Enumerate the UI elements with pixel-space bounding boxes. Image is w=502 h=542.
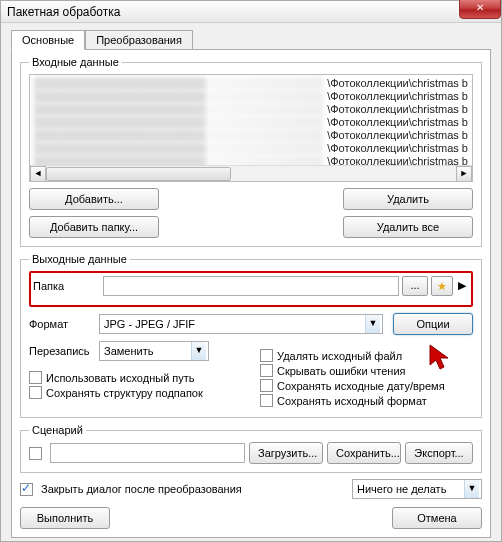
file-list-row[interactable]: ██████████████████████\Фотоколлекции\chr…	[34, 116, 468, 129]
file-list-row[interactable]: ██████████████████████\Фотоколлекции\chr…	[34, 129, 468, 142]
file-row-blurred: ██████████████████████	[34, 116, 323, 129]
window-title: Пакетная обработка	[7, 5, 120, 19]
file-row-blurred: ██████████████████████	[34, 77, 323, 90]
cb-delete-src[interactable]	[260, 349, 273, 362]
close-button[interactable]: ✕	[459, 0, 501, 19]
cb-delete-src-label: Удалять исходный файл	[277, 350, 402, 362]
file-row-path: \Фотоколлекции\christmas b	[323, 90, 468, 103]
cb-keep-datetime[interactable]	[260, 379, 273, 392]
file-row-path: \Фотоколлекции\christmas b	[323, 129, 468, 142]
scroll-track[interactable]	[46, 166, 456, 182]
file-row-path: \Фотоколлекции\christmas b	[323, 77, 468, 90]
fieldset-scenario: Сценарий Загрузить... Сохранить... Экспо…	[20, 424, 482, 473]
run-button[interactable]: Выполнить	[20, 507, 110, 529]
cb-keep-subfolders[interactable]	[29, 386, 42, 399]
file-row-path: \Фотоколлекции\christmas b	[323, 142, 468, 155]
file-row-path: \Фотоколлекции\christmas b	[323, 103, 468, 116]
batch-dialog: Пакетная обработка ✕ Основные Преобразов…	[0, 0, 502, 542]
cb-keep-subfolders-label: Сохранять структуру подпапок	[46, 387, 203, 399]
folder-input[interactable]	[103, 276, 399, 296]
horizontal-scrollbar[interactable]: ◄ ►	[30, 165, 472, 181]
delete-button[interactable]: Удалить	[343, 188, 473, 210]
fieldset-input: Входные данные ██████████████████████\Фо…	[20, 56, 482, 247]
cb-keep-format[interactable]	[260, 394, 273, 407]
legend-input: Входные данные	[29, 56, 122, 68]
file-list-row[interactable]: ██████████████████████\Фотоколлекции\chr…	[34, 77, 468, 90]
file-row-blurred: ██████████████████████	[34, 142, 323, 155]
scroll-right-icon[interactable]: ►	[456, 166, 472, 182]
folder-label: Папка	[33, 280, 103, 292]
scenario-export-button[interactable]: Экспорт...	[405, 442, 473, 464]
highlight-box: Папка ... ★ ▶	[29, 271, 473, 307]
file-row-path: \Фотоколлекции\christmas b	[323, 116, 468, 129]
cancel-button[interactable]: Отмена	[392, 507, 482, 529]
add-button[interactable]: Добавить...	[29, 188, 159, 210]
cb-keep-format-label: Сохранять исходный формат	[277, 395, 427, 407]
cb-use-src-path[interactable]	[29, 371, 42, 384]
file-list-row[interactable]: ██████████████████████\Фотоколлекции\chr…	[34, 103, 468, 116]
file-row-blurred: ██████████████████████	[34, 90, 323, 103]
scenario-input[interactable]	[50, 443, 245, 463]
scenario-load-button[interactable]: Загрузить...	[249, 442, 323, 464]
legend-output: Выходные данные	[29, 253, 130, 265]
scroll-thumb[interactable]	[46, 167, 231, 181]
file-row-blurred: ██████████████████████	[34, 103, 323, 116]
close-after-checkbox[interactable]	[20, 483, 33, 496]
file-list[interactable]: ██████████████████████\Фотоколлекции\chr…	[29, 74, 473, 182]
format-label: Формат	[29, 318, 99, 330]
cb-hide-read-err[interactable]	[260, 364, 273, 377]
scenario-save-button[interactable]: Сохранить...	[327, 442, 401, 464]
file-row-blurred: ██████████████████████	[34, 129, 323, 142]
format-select[interactable]: JPG - JPEG / JFIF ▼	[99, 314, 383, 334]
chevron-down-icon: ▼	[365, 315, 380, 333]
favorite-button[interactable]: ★	[431, 276, 453, 296]
scroll-left-icon[interactable]: ◄	[30, 166, 46, 182]
tab-panel: Входные данные ██████████████████████\Фо…	[11, 49, 491, 538]
fieldset-output: Выходные данные Папка ... ★ ▶ Формат JPG…	[20, 253, 482, 418]
add-folder-button[interactable]: Добавить папку...	[29, 216, 159, 238]
browse-button[interactable]: ...	[402, 276, 428, 296]
options-button[interactable]: Опции	[393, 313, 473, 335]
legend-scenario: Сценарий	[29, 424, 86, 436]
file-list-row[interactable]: ██████████████████████\Фотоколлекции\chr…	[34, 90, 468, 103]
tab-main[interactable]: Основные	[11, 30, 85, 50]
titlebar: Пакетная обработка ✕	[1, 1, 501, 23]
chevron-down-icon: ▼	[464, 480, 479, 498]
on-finish-select[interactable]: Ничего не делать ▼	[352, 479, 482, 499]
delete-all-button[interactable]: Удалить все	[343, 216, 473, 238]
on-finish-value: Ничего не делать	[357, 483, 446, 495]
cb-keep-datetime-label: Сохранять исходные дату/время	[277, 380, 445, 392]
cb-hide-read-err-label: Скрывать ошибки чтения	[277, 365, 406, 377]
format-value: JPG - JPEG / JFIF	[104, 318, 195, 330]
cb-use-src-path-label: Использовать исходный путь	[46, 372, 195, 384]
tabs: Основные Преобразования	[11, 29, 491, 49]
tab-transform[interactable]: Преобразования	[85, 30, 193, 50]
close-after-label: Закрыть диалог после преобразования	[41, 483, 242, 495]
file-list-row[interactable]: ██████████████████████\Фотоколлекции\chr…	[34, 142, 468, 155]
folder-menu-arrow[interactable]: ▶	[455, 276, 469, 296]
scenario-checkbox[interactable]	[29, 447, 42, 460]
